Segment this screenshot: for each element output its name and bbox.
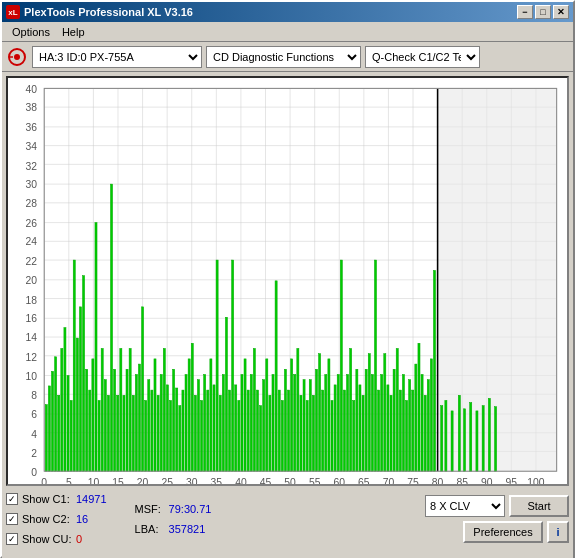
svg-text:90: 90 [481, 477, 493, 484]
svg-rect-136 [250, 374, 252, 471]
svg-rect-103 [148, 380, 150, 472]
svg-rect-135 [247, 390, 249, 471]
svg-rect-196 [441, 406, 443, 472]
drive-select[interactable]: HA:3 ID:0 PX-755A [32, 46, 202, 68]
function-select[interactable]: CD Diagnostic Functions [206, 46, 361, 68]
svg-rect-106 [157, 395, 159, 471]
c1-value: 14971 [76, 493, 107, 505]
svg-rect-170 [356, 369, 358, 471]
svg-rect-159 [322, 390, 324, 471]
maximize-button[interactable]: □ [535, 5, 551, 19]
svg-rect-109 [166, 385, 168, 471]
svg-text:18: 18 [25, 295, 37, 306]
svg-rect-185 [402, 374, 404, 471]
svg-rect-85 [92, 359, 94, 471]
svg-rect-140 [263, 380, 265, 472]
svg-text:10: 10 [25, 371, 37, 382]
svg-rect-133 [241, 374, 243, 471]
svg-text:0: 0 [41, 477, 47, 484]
svg-text:36: 36 [25, 122, 37, 133]
c1-checkbox[interactable]: ✓ [6, 493, 18, 505]
msf-section: MSF: 79:30.71 LBA: 357821 [135, 500, 212, 538]
svg-rect-123 [210, 359, 212, 471]
svg-text:50: 50 [284, 477, 296, 484]
svg-text:16: 16 [25, 313, 37, 324]
svg-rect-174 [368, 354, 370, 472]
svg-rect-165 [340, 260, 342, 471]
minimize-button[interactable]: − [517, 5, 533, 19]
svg-rect-128 [225, 317, 227, 471]
svg-text:35: 35 [211, 477, 223, 484]
speed-select[interactable]: 1 X CLV2 X CLV4 X CLV8 X CLV16 X CLVMax [425, 495, 505, 517]
svg-rect-193 [427, 380, 429, 472]
c1-label: Show C1: [22, 493, 72, 505]
svg-rect-160 [325, 374, 327, 471]
svg-rect-126 [219, 395, 221, 471]
svg-rect-110 [169, 400, 171, 471]
svg-rect-190 [418, 343, 420, 471]
svg-rect-167 [347, 374, 349, 471]
svg-rect-166 [343, 390, 345, 471]
svg-rect-131 [235, 385, 237, 471]
c2-checkbox[interactable]: ✓ [6, 513, 18, 525]
svg-text:2: 2 [31, 448, 37, 459]
svg-rect-88 [101, 348, 103, 471]
menu-options[interactable]: Options [6, 24, 56, 40]
svg-rect-114 [182, 390, 184, 471]
svg-rect-175 [371, 374, 373, 471]
lba-label: LBA: [135, 523, 165, 535]
svg-rect-157 [315, 369, 317, 471]
svg-rect-77 [67, 376, 69, 472]
svg-text:30: 30 [186, 477, 198, 484]
svg-rect-113 [179, 406, 181, 472]
test-select[interactable]: Q-Check C1/C2 Test [365, 46, 480, 68]
svg-rect-156 [312, 395, 314, 471]
msf-value: 79:30.71 [169, 503, 212, 515]
cu-value: 0 [76, 533, 82, 545]
svg-rect-181 [390, 395, 392, 471]
svg-rect-73 [55, 357, 57, 471]
lba-value: 357821 [169, 523, 206, 535]
svg-rect-100 [138, 364, 140, 471]
svg-rect-179 [384, 354, 386, 472]
svg-rect-195 [433, 270, 435, 471]
svg-rect-74 [58, 395, 60, 471]
svg-rect-173 [365, 369, 367, 471]
cu-row: ✓ Show CU: 0 [6, 530, 107, 548]
svg-rect-163 [334, 385, 336, 471]
svg-text:40: 40 [235, 477, 247, 484]
info-button[interactable]: i [547, 521, 569, 543]
svg-rect-118 [194, 395, 196, 471]
svg-rect-153 [303, 380, 305, 472]
title-controls: − □ ✕ [517, 5, 569, 19]
stats-section: ✓ Show C1: 14971 ✓ Show C2: 16 ✓ Show CU… [6, 490, 107, 548]
svg-rect-146 [281, 400, 283, 471]
svg-rect-112 [176, 388, 178, 471]
svg-rect-172 [362, 395, 364, 471]
svg-text:26: 26 [25, 218, 37, 229]
menu-help[interactable]: Help [56, 24, 91, 40]
start-button[interactable]: Start [509, 495, 569, 517]
svg-rect-94 [120, 348, 122, 471]
svg-rect-68 [438, 88, 557, 471]
svg-rect-178 [381, 374, 383, 471]
svg-text:75: 75 [407, 477, 419, 484]
svg-rect-194 [430, 359, 432, 471]
lba-row: LBA: 357821 [135, 520, 212, 538]
svg-rect-188 [412, 390, 414, 471]
svg-rect-92 [114, 369, 116, 471]
svg-text:22: 22 [25, 256, 37, 267]
cu-checkbox[interactable]: ✓ [6, 533, 18, 545]
close-button[interactable]: ✕ [553, 5, 569, 19]
svg-rect-164 [337, 374, 339, 471]
svg-rect-89 [104, 380, 106, 472]
svg-rect-187 [409, 380, 411, 472]
svg-rect-197 [445, 400, 447, 471]
preferences-button[interactable]: Preferences [463, 521, 543, 543]
svg-text:85: 85 [456, 477, 468, 484]
svg-rect-204 [488, 398, 490, 471]
svg-rect-125 [216, 260, 218, 471]
svg-rect-202 [476, 411, 478, 471]
svg-text:34: 34 [25, 141, 37, 152]
svg-rect-191 [421, 374, 423, 471]
